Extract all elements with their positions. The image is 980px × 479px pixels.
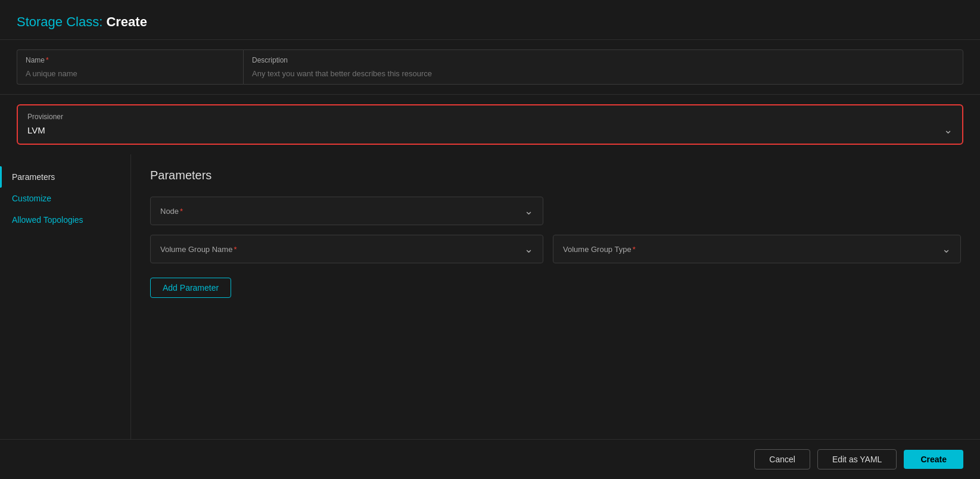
name-input[interactable] [26,69,235,78]
volume-group-name-label: Volume Group Name* [160,245,237,254]
volume-group-row: Volume Group Name* ⌄ Volume Group Type* … [150,235,961,263]
node-label: Node* [160,207,183,216]
provisioner-select-row: LVM ⌄ [27,123,953,136]
sidebar-item-parameters[interactable]: Parameters [0,166,130,188]
footer: Cancel Edit as YAML Create [0,439,980,479]
parameters-title: Parameters [150,169,961,182]
provisioner-chevron-icon: ⌄ [944,123,953,136]
provisioner-dropdown-container[interactable]: Provisioner LVM ⌄ [17,104,963,145]
sidebar: Parameters Customize Allowed Topologies [0,154,131,439]
create-button[interactable]: Create [904,450,963,469]
volume-group-name-chevron-icon: ⌄ [524,242,533,256]
edit-yaml-button[interactable]: Edit as YAML [817,449,897,469]
node-chevron-icon: ⌄ [524,204,533,217]
description-input[interactable] [252,69,954,78]
name-field-group: Name* [17,49,243,85]
node-dropdown[interactable]: Node* ⌄ [150,197,543,225]
top-fields-row: Name* Description [0,40,980,95]
cancel-button[interactable]: Cancel [754,449,810,469]
add-parameter-button[interactable]: Add Parameter [150,278,231,298]
volume-group-type-chevron-icon: ⌄ [942,242,951,256]
page-header: Storage Class: Create [0,0,980,40]
page-title: Storage Class: Create [17,14,963,30]
node-field-row: Node* ⌄ [150,197,961,225]
main-content: Parameters Node* ⌄ Volume Group Name* ⌄ [131,154,980,439]
description-field-group: Description [243,49,963,85]
provisioner-value: LVM [27,125,45,135]
content-area: Parameters Customize Allowed Topologies … [0,154,980,439]
volume-group-type-dropdown[interactable]: Volume Group Type* ⌄ [553,235,961,263]
sidebar-item-allowed-topologies[interactable]: Allowed Topologies [0,209,130,231]
volume-group-name-dropdown[interactable]: Volume Group Name* ⌄ [150,235,543,263]
description-label: Description [252,56,954,64]
name-label: Name* [26,56,235,64]
volume-group-type-label: Volume Group Type* [563,245,636,254]
provisioner-label: Provisioner [27,113,953,121]
sidebar-item-customize[interactable]: Customize [0,188,130,209]
